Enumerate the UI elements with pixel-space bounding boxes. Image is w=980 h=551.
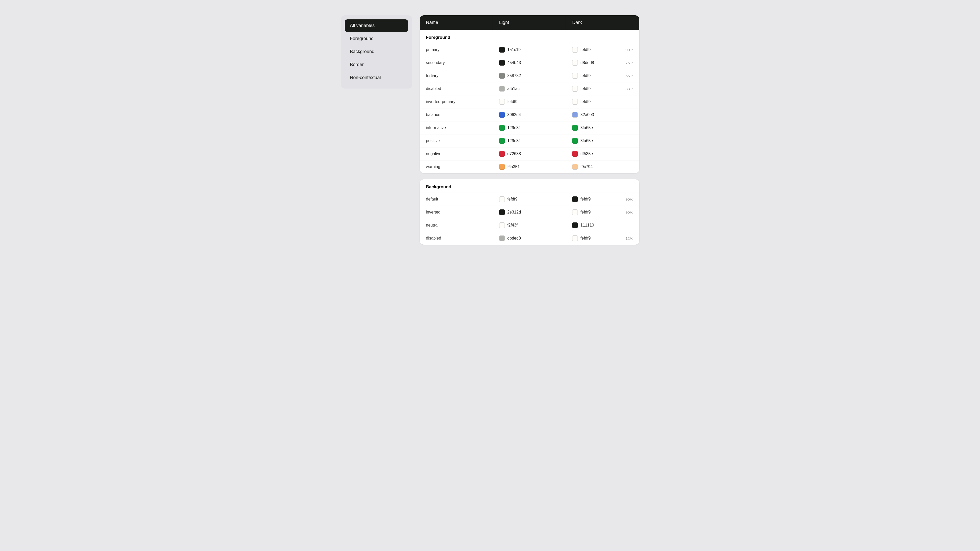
dark-swatch [572, 138, 578, 144]
row-dark: fefdf9 38% [566, 83, 639, 95]
opacity-value: 90% [625, 197, 633, 202]
light-swatch [499, 112, 505, 118]
sidebar-item-non-contextual[interactable]: Non-contextual [345, 71, 408, 84]
row-dark: fefdf9 90% [566, 43, 639, 56]
table-row: balance 3062d4 82a0e3 [420, 108, 639, 121]
table-row: disabled afb1ac fefdf9 38% [420, 82, 639, 95]
opacity-value: 75% [625, 61, 633, 65]
header-dark: Dark [566, 15, 639, 30]
row-light: afb1ac [493, 83, 566, 95]
light-swatch [499, 151, 505, 157]
light-hex: 454b43 [508, 60, 521, 65]
dark-swatch [572, 164, 578, 170]
sidebar-item-foreground[interactable]: Foreground [345, 32, 408, 45]
light-hex: 129e3f [508, 138, 520, 143]
light-hex: fefdf9 [508, 100, 517, 104]
row-name: inverted-primary [420, 95, 493, 108]
light-swatch [499, 73, 505, 79]
light-hex: dbded8 [508, 236, 521, 241]
table-row: disabled dbded8 fefdf9 12% [420, 232, 639, 245]
dark-hex: fefdf9 [580, 86, 590, 91]
dark-hex: fefdf9 [580, 73, 590, 78]
dark-hex: fefdf9 [580, 210, 590, 214]
table-row: inverted-primary fefdf9 fefdf9 [420, 95, 639, 108]
row-light: 129e3f [493, 121, 566, 134]
table-row: primary 1a1c19 fefdf9 90% [420, 43, 639, 56]
row-name: warning [420, 160, 493, 173]
row-name: inverted [420, 206, 493, 219]
row-light: 129e3f [493, 135, 566, 147]
dark-swatch [572, 197, 578, 202]
sidebar-item-background[interactable]: Background [345, 45, 408, 58]
row-light: d72638 [493, 148, 566, 160]
row-dark: fefdf9 55% [566, 69, 639, 82]
row-name: secondary [420, 56, 493, 69]
light-swatch [499, 125, 505, 130]
table-row: inverted 2e312d fefdf9 90% [420, 206, 639, 219]
light-hex: fefdf9 [508, 197, 517, 202]
row-dark: f9c794 [566, 160, 639, 173]
light-hex: 129e3f [508, 125, 520, 130]
background-section-title: Background [420, 179, 639, 192]
opacity-value: 90% [625, 48, 633, 52]
dark-hex: df535e [580, 151, 593, 156]
row-light: f2f43f [493, 219, 566, 232]
light-hex: 1a1c19 [508, 48, 521, 52]
light-hex: afb1ac [508, 86, 520, 91]
row-dark: 82a0e3 [566, 108, 639, 121]
dark-swatch [572, 125, 578, 130]
light-swatch [499, 60, 505, 65]
row-dark: df535e [566, 148, 639, 160]
row-light: dbded8 [493, 232, 566, 245]
opacity-value: 55% [625, 74, 633, 78]
row-dark: 3fa65e [566, 135, 639, 147]
light-hex: 3062d4 [508, 113, 521, 117]
header-light: Light [493, 15, 566, 30]
dark-hex: 111110 [580, 223, 594, 227]
dark-hex: fefdf9 [580, 236, 590, 241]
header-name: Name [420, 15, 493, 30]
dark-hex: f9c794 [580, 165, 593, 169]
dark-swatch [572, 210, 578, 215]
row-dark: fefdf9 90% [566, 193, 639, 206]
light-swatch [499, 210, 505, 215]
row-name: balance [420, 108, 493, 121]
dark-swatch [572, 99, 578, 105]
dark-hex: fefdf9 [580, 197, 590, 202]
dark-swatch [572, 222, 578, 228]
light-swatch [499, 47, 505, 52]
light-hex: 858782 [508, 73, 521, 78]
row-light: 3062d4 [493, 108, 566, 121]
dark-swatch [572, 112, 578, 118]
light-hex: 2e312d [508, 210, 521, 214]
table-row: secondary 454b43 d8ded8 75% [420, 56, 639, 69]
sidebar-item-all-variables[interactable]: All variables [345, 19, 408, 32]
row-light: 858782 [493, 69, 566, 82]
sidebar-item-border[interactable]: Border [345, 59, 408, 71]
row-light: 1a1c19 [493, 43, 566, 56]
opacity-value: 90% [625, 210, 633, 214]
light-hex: f6a351 [508, 165, 520, 169]
row-light: f6a351 [493, 160, 566, 173]
row-light: fefdf9 [493, 193, 566, 206]
row-light: 454b43 [493, 56, 566, 69]
dark-swatch [572, 47, 578, 52]
row-dark: 111110 [566, 219, 639, 232]
background-rows-container: default fefdf9 fefdf9 90% inverted 2e312… [420, 192, 639, 245]
light-swatch [499, 99, 505, 105]
opacity-value: 12% [625, 236, 633, 241]
row-dark: d8ded8 75% [566, 56, 639, 69]
dark-swatch [572, 151, 578, 157]
opacity-value: 38% [625, 87, 633, 91]
row-dark: fefdf9 12% [566, 232, 639, 245]
light-hex: d72638 [508, 151, 521, 156]
dark-hex: d8ded8 [580, 60, 594, 65]
row-name: disabled [420, 83, 493, 95]
foreground-section-title: Foreground [420, 30, 639, 43]
dark-hex: fefdf9 [580, 48, 590, 52]
light-swatch [499, 235, 505, 241]
row-dark: fefdf9 [566, 95, 639, 108]
table-header: Name Light Dark [420, 15, 639, 30]
table-row: informative 129e3f 3fa65e [420, 121, 639, 134]
dark-swatch [572, 60, 578, 65]
